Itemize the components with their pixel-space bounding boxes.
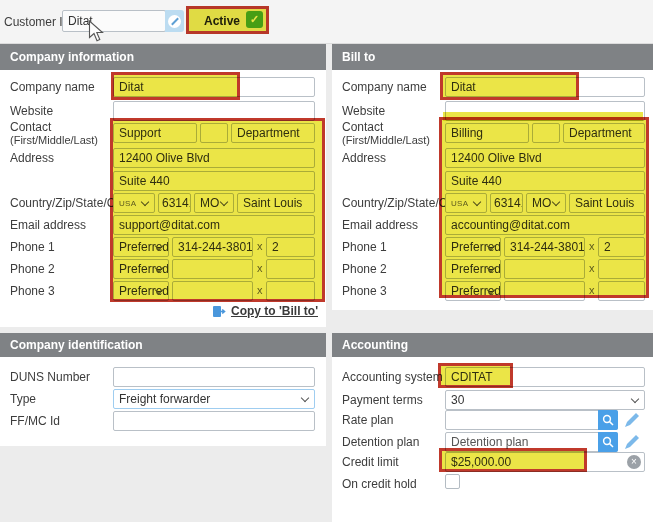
billto-website-input[interactable]: [445, 101, 645, 121]
phone1-label: Phone 1: [10, 240, 55, 254]
phone1-number-input[interactable]: 314-244-3801: [172, 237, 253, 257]
phone3-ext-label: x: [589, 284, 595, 296]
customer-id-edit-button[interactable]: [165, 10, 184, 32]
billto-address2-input[interactable]: Suite 440: [445, 171, 645, 191]
accounting-header: Accounting: [332, 333, 653, 357]
billto-phone1-type-select[interactable]: Preferred: [445, 237, 501, 257]
state-select[interactable]: MO: [194, 193, 234, 213]
country-select[interactable]: USA: [113, 193, 155, 213]
country-zip-state-city-label: Country/Zip/State/City: [342, 196, 459, 210]
billto-city-input[interactable]: Saint Louis: [569, 193, 645, 213]
ffmc-id-label: FF/MC Id: [10, 414, 60, 428]
checkmark-icon: ✓: [250, 13, 259, 25]
rate-plan-input[interactable]: [445, 410, 618, 430]
contact-label: Contact: [342, 120, 383, 134]
phone1-type-select[interactable]: Preferred: [113, 237, 169, 257]
contact-last-input[interactable]: Department: [231, 123, 315, 143]
phone2-ext-input[interactable]: [266, 259, 315, 279]
address1-input[interactable]: 12400 Olive Blvd: [113, 148, 315, 168]
billto-zip-input[interactable]: 63141: [490, 193, 523, 213]
credit-limit-input[interactable]: $25,000.00: [445, 452, 645, 472]
phone2-type-select[interactable]: Preferred: [113, 259, 169, 279]
copy-link-text: Copy to 'Bill to': [231, 304, 318, 318]
billto-address1-input[interactable]: 12400 Olive Blvd: [445, 148, 645, 168]
billto-country-select[interactable]: USA: [445, 193, 487, 213]
billto-phone3-type-select[interactable]: Preferred: [445, 281, 501, 301]
phone3-ext-label: x: [257, 284, 263, 296]
contact-label: Contact: [10, 120, 51, 134]
detention-plan-label: Detention plan: [342, 435, 419, 449]
billto-phone1-ext-input[interactable]: 2: [598, 237, 645, 257]
billto-contact-last-input[interactable]: Department: [563, 123, 645, 143]
circle-x-icon: ×: [631, 456, 637, 467]
billto-phone2-type-select[interactable]: Preferred: [445, 259, 501, 279]
phone3-number-input[interactable]: [172, 281, 253, 301]
billto-phone1-number-input[interactable]: 314-244-3801: [504, 237, 585, 257]
billto-phone3-ext-input[interactable]: [598, 281, 645, 301]
contact-sublabel: (First/Middle/Last): [342, 134, 430, 146]
customer-edit-screen: Customer Id Ditat Active ✓ Company infor…: [0, 0, 653, 522]
detention-plan-input[interactable]: Detention plan: [445, 432, 618, 452]
phone3-label: Phone 3: [342, 284, 387, 298]
billto-contact-first-input[interactable]: Billing: [445, 123, 529, 143]
credit-limit-clear-button[interactable]: ×: [627, 455, 641, 469]
customer-id-input[interactable]: Ditat: [62, 10, 166, 32]
payment-terms-select[interactable]: 30: [445, 390, 645, 410]
chevron-down-icon: [141, 198, 149, 206]
billto-contact-middle-input[interactable]: [532, 123, 560, 143]
ffmc-id-input[interactable]: [113, 411, 315, 431]
phone1-ext-input[interactable]: 2: [266, 237, 315, 257]
phone1-ext-label: x: [589, 240, 595, 252]
phone2-ext-label: x: [257, 262, 263, 274]
copy-to-bill-to-link[interactable]: Copy to 'Bill to': [212, 304, 318, 318]
payment-terms-label: Payment terms: [342, 393, 423, 407]
active-checkbox[interactable]: ✓: [246, 11, 263, 28]
on-credit-hold-checkbox[interactable]: [445, 474, 460, 489]
billto-email-input[interactable]: accounting@ditat.com: [445, 215, 645, 235]
active-label: Active: [204, 14, 240, 28]
city-input[interactable]: Saint Louis: [237, 193, 315, 213]
payment-terms-value: 30: [451, 393, 464, 407]
chevron-down-icon: [552, 198, 560, 206]
address-label: Address: [10, 151, 54, 165]
email-input[interactable]: support@ditat.com: [113, 215, 315, 235]
detention-plan-edit-pencil-icon[interactable]: [625, 434, 640, 449]
contact-middle-input[interactable]: [200, 123, 228, 143]
address2-input[interactable]: Suite 440: [113, 171, 315, 191]
website-label: Website: [10, 104, 53, 118]
company-information-header: Company information: [0, 44, 326, 70]
type-select[interactable]: Freight forwarder: [113, 389, 315, 409]
website-input[interactable]: [113, 101, 315, 121]
company-identification-header: Company identification: [0, 333, 326, 357]
bill-to-header: Bill to: [332, 44, 653, 70]
state-value: MO: [200, 196, 219, 210]
rate-plan-search-button[interactable]: [598, 410, 618, 430]
credit-limit-label: Credit limit: [342, 455, 399, 469]
billto-phone3-number-input[interactable]: [504, 281, 585, 301]
phone2-number-input[interactable]: [172, 259, 253, 279]
accounting-system-id-input[interactable]: CDITAT: [445, 367, 645, 387]
company-name-input[interactable]: Ditat: [113, 77, 315, 97]
magnifier-icon: [602, 436, 614, 448]
copy-arrow-icon: [212, 305, 227, 318]
phone3-ext-input[interactable]: [266, 281, 315, 301]
rate-plan-edit-pencil-icon[interactable]: [625, 412, 640, 427]
customer-id-label: Customer Id: [4, 15, 69, 29]
billto-phone2-number-input[interactable]: [504, 259, 585, 279]
company-name-label: Company name: [342, 80, 427, 94]
detention-plan-search-button[interactable]: [598, 432, 618, 452]
company-name-label: Company name: [10, 80, 95, 94]
duns-number-input[interactable]: [113, 367, 315, 387]
on-credit-hold-label: On credit hold: [342, 477, 417, 491]
billto-phone2-ext-input[interactable]: [598, 259, 645, 279]
billto-company-name-input[interactable]: Ditat: [445, 77, 645, 97]
type-value: Freight forwarder: [119, 392, 210, 406]
phone1-label: Phone 1: [342, 240, 387, 254]
phone3-type-select[interactable]: Preferred: [113, 281, 169, 301]
accounting-system-id-label: Accounting system Id: [342, 370, 456, 384]
contact-sublabel: (First/Middle/Last): [10, 134, 98, 146]
billto-state-select[interactable]: MO: [526, 193, 566, 213]
contact-first-input[interactable]: Support: [113, 123, 197, 143]
bill-to-panel: Bill to Company name Ditat Website Conta…: [332, 44, 653, 310]
zip-input[interactable]: 63141: [158, 193, 191, 213]
